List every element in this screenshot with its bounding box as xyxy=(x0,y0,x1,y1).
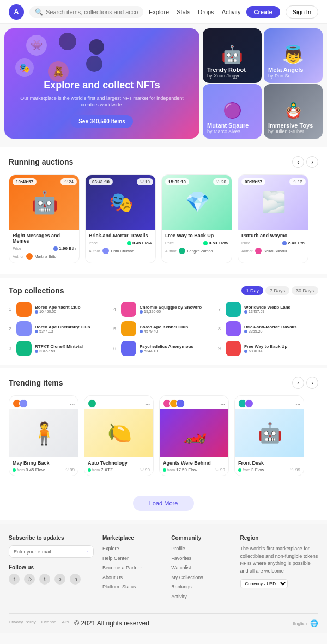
auction-card-3[interactable]: 💎 15:32:10 ♡ 20 Free Way to Back Up Pric… xyxy=(161,174,232,263)
footer-link-activity[interactable]: Activity xyxy=(171,593,231,601)
auction-img-1: 🤖 10:40:57 ♡ 24 xyxy=(9,175,80,230)
float-6 xyxy=(86,56,102,72)
trending-prev-button[interactable]: ‹ xyxy=(292,377,304,389)
collection-item-6[interactable]: 6 Psychedelics Anonymous 5344.13 xyxy=(113,341,214,356)
coll-avatar-2 xyxy=(16,321,32,336)
auction-card-1[interactable]: 🤖 10:40:57 ♡ 24 Right Messages and Memes… xyxy=(9,174,80,263)
trending-card-2[interactable]: ••• 🍋 Auto Technology from 7 XTZ ♡ 99 xyxy=(84,395,154,476)
hero-title: Explore and collect NFTs xyxy=(15,80,189,92)
flow-dot-t3 xyxy=(163,468,166,472)
nav-drops[interactable]: Drops xyxy=(198,9,214,15)
hero-card-mutant-info: Mutant Sqaure by Marco Alves xyxy=(207,122,249,134)
footer-link-collections[interactable]: My Collections xyxy=(171,574,231,582)
trending-more-1[interactable]: ••• xyxy=(70,401,75,406)
trending-likes-4[interactable]: ♡ 99 xyxy=(290,467,300,472)
social-icon-twitter[interactable]: t xyxy=(39,574,50,585)
search-input[interactable] xyxy=(46,9,138,15)
trending-more-3[interactable]: ••• xyxy=(221,401,225,406)
collection-item-5[interactable]: 5 Bored Ape Kennel Club 4579.40 xyxy=(113,321,214,336)
auctions-next-button[interactable]: › xyxy=(306,156,318,168)
author-avatar-2 xyxy=(102,248,109,254)
collection-item-3[interactable]: 3 RTFKT CloneX Mintvial 33457.59 xyxy=(9,341,109,356)
auction-likes-3[interactable]: ♡ 20 xyxy=(213,178,229,185)
auction-likes-2[interactable]: ♡ 19 xyxy=(137,178,153,185)
trending-likes-2[interactable]: ♡ 99 xyxy=(140,467,150,472)
footer-link-favorites[interactable]: Favorites xyxy=(171,555,231,563)
hero-card-immersive[interactable]: 🪆 Immersive Toys by Julien Gruber xyxy=(264,84,323,139)
author-avatar-4 xyxy=(255,248,262,254)
search-bar[interactable]: 🔍 xyxy=(29,6,143,18)
flow-dot-t2 xyxy=(88,468,91,472)
collection-item-7[interactable]: 7 Worldwide Webb Land 13457.59 xyxy=(218,302,318,317)
auctions-nav: ‹ › xyxy=(292,156,318,168)
trending-price-4: from 3 Flow xyxy=(238,467,264,472)
social-icon-facebook[interactable]: f xyxy=(9,574,20,585)
collection-item-9[interactable]: 9 Free Way to Back Up 6890.34 xyxy=(218,341,318,356)
collection-item-8[interactable]: 8 Brick-and-Mortar Travails 3355.20 xyxy=(218,321,318,336)
hero-cta-button[interactable]: See 340,590 Items xyxy=(71,115,133,128)
trending-next-button[interactable]: › xyxy=(306,377,318,389)
auctions-prev-button[interactable]: ‹ xyxy=(292,156,304,168)
nav-explore[interactable]: Explore xyxy=(149,9,169,15)
collection-item-4[interactable]: 4 Chromie Squiggle by Snowfro 19,320.00 xyxy=(113,302,214,317)
flow-icon-2 xyxy=(127,241,131,245)
social-icon-pinterest[interactable]: p xyxy=(55,574,65,585)
trending-likes-3[interactable]: ♡ 99 xyxy=(215,467,225,472)
hero-card-trendy[interactable]: 🤖 Trendy Robot by Xuan Jingyi xyxy=(203,28,262,83)
load-more-button[interactable]: Load More xyxy=(133,496,195,511)
trending-avatars-1 xyxy=(13,399,28,408)
footer-link-watchlist[interactable]: Watchlist xyxy=(171,564,231,572)
tab-7days[interactable]: 7 Days xyxy=(265,286,289,295)
auction-timer-3: 15:32:10 xyxy=(165,178,189,185)
trending-more-4[interactable]: ••• xyxy=(296,401,300,406)
footer-email-input[interactable] xyxy=(9,546,79,557)
footer-lang-wrap: English 🌐 xyxy=(293,619,318,627)
coll-name-2: Bored Ape Chemistry Club xyxy=(35,324,109,329)
trending-card-1[interactable]: ••• 🧍 May Bring Back from 0.45 Flow ♡ 99 xyxy=(9,395,78,476)
trending-card-3[interactable]: ••• 🏎️ Agents Were Behind from 17.59 Flo… xyxy=(159,395,229,476)
footer-link-explore[interactable]: Explore xyxy=(102,545,162,553)
auction-emoji-1: 🤖 xyxy=(31,190,58,215)
coll-rank-1: 1 xyxy=(9,306,13,312)
nav-stats[interactable]: Stats xyxy=(177,9,190,15)
auction-emoji-3: 💎 xyxy=(185,191,210,214)
brand-logo[interactable]: A xyxy=(9,4,24,20)
nav-activity[interactable]: Activity xyxy=(222,9,241,15)
trending-price-row-1: from 0.45 Flow ♡ 99 xyxy=(13,467,75,472)
footer-email-submit[interactable]: → xyxy=(79,546,93,557)
trending-name-1: May Bring Back xyxy=(13,460,75,466)
footer-api[interactable]: API xyxy=(62,619,69,627)
collection-item-2[interactable]: 2 Bored Ape Chemistry Club 5344.13 xyxy=(9,321,109,336)
footer-currency-select[interactable]: Currency - USD xyxy=(240,579,288,588)
hero-card-mutant[interactable]: 🟣 Mutant Sqaure by Marco Alves xyxy=(203,84,262,139)
footer-link-about[interactable]: About Us xyxy=(102,574,162,582)
tab-1day[interactable]: 1 Day xyxy=(241,286,263,295)
footer-link-status[interactable]: Platform Status xyxy=(102,583,162,591)
social-icon-discord[interactable]: ◇ xyxy=(24,574,35,585)
auction-card-4[interactable]: 🌫️ 03:39:57 ♡ 12 Patturb and Waymo Price… xyxy=(238,174,308,263)
trending-likes-1[interactable]: ♡ 99 xyxy=(65,467,75,472)
footer-link-rankings[interactable]: Rankings xyxy=(171,583,231,591)
footer-link-partner[interactable]: Become a Partner xyxy=(102,564,162,572)
auction-name-1: Right Messages and Memes xyxy=(13,233,76,244)
trending-name-3: Agents Were Behind xyxy=(163,460,225,466)
auction-card-2[interactable]: 🎭 06:41:10 ♡ 19 Brick-and-Mortar Travail… xyxy=(85,174,156,263)
footer-privacy[interactable]: Privacy Policy xyxy=(9,619,36,627)
trending-img-2: 🍋 xyxy=(84,409,154,457)
hero-card-meta[interactable]: 👼 Meta Angels by Pan Su xyxy=(264,28,323,83)
auction-likes-1[interactable]: ♡ 24 xyxy=(60,178,77,185)
trending-more-2[interactable]: ••• xyxy=(146,401,150,406)
trending-card-4[interactable]: ••• 🤖 Front Desk from 3 Flow ♡ 99 xyxy=(234,395,304,476)
collection-item-1[interactable]: 1 Bored Ape Yacht Club 10,450.00 xyxy=(9,302,109,317)
auction-likes-4[interactable]: ♡ 12 xyxy=(289,178,306,185)
signin-button[interactable]: Sign In xyxy=(286,5,318,19)
footer-link-profile[interactable]: Profile xyxy=(171,545,231,553)
t-avatar-1b xyxy=(19,399,28,408)
create-button[interactable]: Create xyxy=(246,6,280,18)
price-label-2: Price xyxy=(89,241,98,245)
social-icon-linkedin[interactable]: in xyxy=(70,574,81,585)
footer-license[interactable]: License xyxy=(41,619,57,627)
tab-30days[interactable]: 30 Days xyxy=(292,286,318,295)
coll-price-2: 5344.13 xyxy=(35,329,109,333)
footer-link-help[interactable]: Help Center xyxy=(102,555,162,563)
